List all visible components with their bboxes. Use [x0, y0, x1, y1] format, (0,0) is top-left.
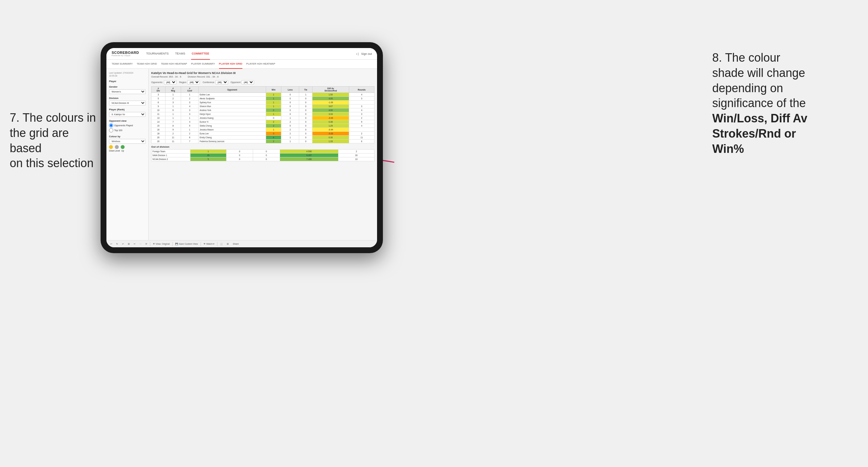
cell-diff: 4.00: [312, 97, 349, 101]
cell-rounds: 2: [349, 132, 374, 136]
main-data-table: #Div #Reg #Conf Opponent Win Loss Tie Di…: [151, 86, 374, 144]
annotation-left: 7. The colours in the grid are based on …: [10, 110, 101, 171]
toolbar-divider-1: [150, 242, 150, 246]
cell-conf: 5: [181, 124, 198, 128]
cell-opponent: Jessica Huang: [198, 116, 266, 120]
col-rounds: Rounds: [349, 87, 374, 93]
conference-filter-label: Conference: [203, 81, 214, 84]
cell-win: 1: [266, 112, 281, 116]
region-filter-select[interactable]: (All): [187, 80, 200, 84]
cell-loss: 0: [281, 104, 299, 108]
main-nav: TOURNAMENTS TEAMS COMMITTEE: [145, 48, 356, 60]
cell-div: 13: [152, 116, 165, 120]
cell-tie: 0: [299, 108, 312, 112]
opponents-played-option[interactable]: Opponents Played: [109, 123, 146, 128]
grid-records: Overall Record: 353 - 34 - 6 Division Re…: [151, 75, 374, 78]
nav-teams[interactable]: TEAMS: [175, 48, 186, 60]
sub-nav-team-h2h-heatmap[interactable]: TEAM H2H HEATMAP: [161, 60, 187, 69]
opponents-filter-label: Opponents:: [151, 81, 163, 84]
toolbar-cut[interactable]: ✂: [132, 242, 137, 246]
sub-nav-team-summary[interactable]: TEAM SUMMARY: [112, 60, 133, 69]
cell-div: 9: [152, 104, 165, 108]
region-filter: Region (All): [179, 80, 200, 84]
sub-nav-team-h2h-grid[interactable]: TEAM H2H GRID: [136, 60, 157, 69]
cell-rounds: [349, 101, 374, 104]
gender-label: Gender: [109, 85, 146, 88]
toolbar-share[interactable]: Share: [231, 242, 240, 245]
toolbar-refresh[interactable]: ⟳: [144, 242, 149, 246]
level-label: Level: [115, 150, 119, 152]
toolbar-back[interactable]: ↩: [121, 242, 125, 246]
cell-win: 2: [266, 139, 281, 144]
conference-filter: Conference (All): [203, 80, 228, 84]
division-select[interactable]: NCAA Division III: [109, 101, 146, 105]
cell-div: 14: [152, 120, 165, 124]
toolbar-more[interactable]: ···: [138, 242, 143, 245]
cell-opponent: Euna Lee: [198, 132, 266, 136]
opponent-filter: Opponent (All): [231, 80, 254, 84]
cell-div: 11: [152, 112, 165, 116]
cell-loss: 0: [281, 108, 299, 112]
cell-tie: 0: [299, 124, 312, 128]
comma: ,: [764, 112, 771, 125]
cell-div: 18: [152, 132, 165, 136]
annotation-right: 8. The colour shade will change dependin…: [712, 50, 858, 157]
sub-nav-player-h2h-grid[interactable]: PLAYER H2H GRID: [219, 60, 242, 69]
cell-diff: -3.00: [312, 116, 349, 120]
table-row: 16 9 1 Jessica Mason 1 2 0 -0.94: [152, 128, 374, 132]
cell-reg: 9: [165, 128, 181, 132]
cell-conf: 3: [181, 108, 198, 112]
cell-loss: 2: [281, 128, 299, 132]
cell-opponent: Andrea York: [198, 108, 266, 112]
cell-tie: 0: [299, 97, 312, 101]
cell-div: 20: [152, 136, 165, 139]
cell-conf: 2: [181, 97, 198, 101]
nav-committee[interactable]: COMMITTEE: [191, 48, 210, 60]
cell-diff: 1.25: [312, 124, 349, 128]
top-100-option[interactable]: Top 100: [109, 128, 146, 132]
toolbar-grid2[interactable]: ⊞: [225, 242, 230, 246]
sub-nav-player-h2h-heatmap[interactable]: PLAYER H2H HEATMAP: [246, 60, 276, 69]
toolbar-view-original[interactable]: 👁 View: Original: [152, 242, 171, 245]
col-loss: Loss: [281, 87, 299, 93]
colour-by-label: Colour by: [109, 135, 146, 138]
cell-ood-tie: 0: [253, 157, 280, 161]
player-rank-select[interactable]: 8. Katelyn Vo: [109, 112, 146, 117]
cell-conf: 1: [181, 128, 198, 132]
cell-conf: 3: [181, 101, 198, 104]
sign-out-link[interactable]: Sign out: [361, 52, 372, 56]
sub-nav-player-summary[interactable]: PLAYER SUMMARY: [191, 60, 215, 69]
cell-loss: 0: [281, 97, 299, 101]
toolbar-save-custom[interactable]: 💾 Save Custom View: [174, 242, 199, 246]
toolbar-square[interactable]: ⬜: [219, 242, 224, 246]
cell-ood-opponent: NCAA Division 2: [152, 157, 190, 161]
toolbar-redo[interactable]: ↻: [115, 242, 119, 246]
opponent-filter-select[interactable]: (All): [241, 80, 254, 84]
colour-legend-labels: Down Level Up: [109, 150, 146, 152]
cell-opponent: Stella Cheng: [198, 124, 266, 128]
cell-win: 0: [266, 132, 281, 136]
cell-win: 1: [266, 128, 281, 132]
cell-div: 5: [152, 97, 165, 101]
cell-conf: 2: [181, 132, 198, 136]
colour-by-select[interactable]: Win/loss: [109, 139, 146, 144]
grid-area: Katelyn Vo Head-to-Head Grid for Women's…: [149, 69, 377, 247]
cell-conf: 1: [181, 93, 198, 97]
toolbar-undo[interactable]: ↩: [109, 242, 114, 246]
toolbar-grid[interactable]: ⊞: [127, 242, 131, 246]
gender-select[interactable]: Women's: [109, 89, 146, 94]
opponents-filter-select[interactable]: (All): [164, 80, 177, 84]
nav-tournaments[interactable]: TOURNAMENTS: [145, 48, 169, 60]
cell-rounds: 2: [349, 116, 374, 120]
cell-ood-diff: 4.500: [280, 150, 338, 154]
cell-reg: 7: [165, 120, 181, 124]
opponent-view-radio-group: Opponents Played Top 100: [109, 123, 146, 132]
app-header: SCOREBOARD Powered by clippd TOURNAMENTS…: [106, 48, 377, 60]
cell-win: 0: [266, 116, 281, 120]
conference-filter-select[interactable]: (All): [215, 80, 228, 84]
cell-win: 4: [266, 136, 281, 139]
col-div: #Div: [152, 87, 165, 93]
cell-rounds: [349, 128, 374, 132]
cell-div: 6: [152, 101, 165, 104]
toolbar-watch[interactable]: 👁 Watch ▾: [202, 242, 216, 246]
